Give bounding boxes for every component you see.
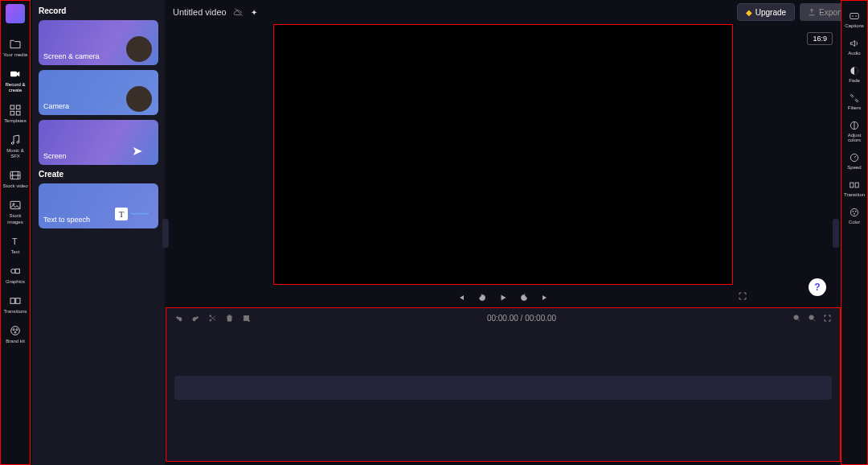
card-label: Screen <box>43 152 67 160</box>
svg-point-5 <box>11 142 14 144</box>
templates-icon <box>9 104 22 117</box>
left-nav-rail: Your media Record & create Templates Mus… <box>0 0 31 465</box>
playback-controls <box>273 290 733 306</box>
fullscreen-icon[interactable] <box>738 291 747 301</box>
rail-speed[interactable]: Speed <box>841 147 867 175</box>
sidebar-item-label: Text <box>10 249 19 255</box>
project-title[interactable]: Untitled video <box>173 7 227 17</box>
undo-icon[interactable] <box>174 314 183 323</box>
card-label: Screen & camera <box>43 52 100 60</box>
sidebar-item-music-sfx[interactable]: Music & SFX <box>2 129 29 164</box>
sidebar-item-brand-kit[interactable]: Brand kit <box>2 319 29 349</box>
card-camera[interactable]: Camera <box>39 70 158 115</box>
card-screen-camera[interactable]: Screen & camera <box>39 20 158 65</box>
person-avatar <box>126 86 152 112</box>
collapse-right-panel[interactable] <box>833 219 839 248</box>
sidebar-item-label: Stock images <box>2 213 29 224</box>
card-screen[interactable]: Screen ➤ <box>39 120 158 165</box>
svg-rect-24 <box>855 183 858 187</box>
rail-captions[interactable]: Captions <box>841 6 867 33</box>
stock-video-icon <box>9 169 22 182</box>
zoom-out-icon[interactable] <box>808 314 817 323</box>
sidebar-item-label: Graphics <box>6 279 25 285</box>
video-preview[interactable] <box>273 24 733 285</box>
sidebar-item-label: Record & create <box>2 82 29 93</box>
zoom-in-icon[interactable] <box>792 314 801 323</box>
svg-point-27 <box>855 211 856 212</box>
split-icon[interactable] <box>208 314 217 323</box>
card-label: Text to speech <box>43 216 90 224</box>
svg-point-26 <box>853 211 854 212</box>
card-text-to-speech[interactable]: Text to speech T 〰〰 <box>39 183 158 228</box>
crop-icon[interactable] <box>242 314 251 323</box>
svg-text:T: T <box>12 237 18 246</box>
help-button[interactable]: ? <box>809 278 826 296</box>
rail-adjust-colors[interactable]: Adjust colors <box>841 115 867 147</box>
svg-rect-14 <box>16 298 20 304</box>
skip-previous-icon[interactable] <box>457 293 466 302</box>
rail-filters[interactable]: Filters <box>841 88 867 115</box>
collapse-left-panel[interactable] <box>162 219 169 248</box>
time-total: 00:00.00 <box>525 314 556 323</box>
adjust-colors-icon <box>849 120 860 131</box>
sidebar-item-transitions[interactable]: Transitions <box>2 290 29 319</box>
svg-point-17 <box>16 329 18 331</box>
folder-icon <box>9 38 22 51</box>
sidebar-item-label: Templates <box>4 118 26 124</box>
redo-icon[interactable] <box>191 314 200 323</box>
diamond-icon: ◆ <box>746 8 752 17</box>
button-label: Upgrade <box>755 8 786 17</box>
empty-track[interactable] <box>174 376 832 400</box>
svg-point-29 <box>210 315 211 316</box>
svg-rect-23 <box>850 183 854 187</box>
svg-rect-1 <box>10 105 14 109</box>
rail-label: Adjust colors <box>841 133 867 142</box>
sparkle-icon: ✦ <box>251 8 257 17</box>
svg-point-15 <box>11 327 20 335</box>
timeline-panel: 00:00.00 / 00:00.00 <box>166 307 841 462</box>
sidebar-item-stock-images[interactable]: Stock images <box>2 194 29 229</box>
sidebar-item-record-create[interactable]: Record & create <box>2 63 29 98</box>
sidebar-item-stock-video[interactable]: Stock video <box>2 164 29 194</box>
rail-label: Transition <box>844 192 865 197</box>
person-avatar <box>126 36 152 62</box>
aspect-ratio-selector[interactable]: 16:9 <box>807 32 833 45</box>
rail-label: Filters <box>848 105 861 110</box>
rail-color[interactable]: Color <box>841 202 867 229</box>
svg-point-6 <box>17 141 19 143</box>
svg-rect-2 <box>16 105 20 109</box>
timeline-tracks[interactable] <box>166 327 840 448</box>
music-icon <box>9 134 22 146</box>
delete-icon[interactable] <box>225 314 234 323</box>
transition-icon <box>849 179 860 191</box>
forward-icon[interactable] <box>519 293 529 302</box>
graphics-icon <box>9 265 22 278</box>
transitions-icon <box>9 294 22 307</box>
sidebar-item-graphics[interactable]: Graphics <box>2 260 29 290</box>
zoom-fit-icon[interactable] <box>823 314 832 323</box>
svg-rect-0 <box>10 72 17 77</box>
card-label: Camera <box>43 102 69 110</box>
rail-label: Captions <box>845 23 864 28</box>
play-icon[interactable] <box>498 293 508 302</box>
app-logo[interactable] <box>6 4 25 23</box>
panel-heading-record: Record <box>39 6 158 15</box>
rail-fade[interactable]: Fade <box>841 60 867 88</box>
fade-icon <box>849 65 860 76</box>
sidebar-item-text[interactable]: T Text <box>2 230 29 260</box>
rewind-icon[interactable] <box>477 293 487 302</box>
skip-next-icon[interactable] <box>540 293 550 302</box>
rail-label: Speed <box>847 165 861 170</box>
text-to-speech-icon: T 〰〰 <box>115 208 149 220</box>
sidebar-item-your-media[interactable]: Your media <box>2 33 29 63</box>
camera-icon <box>9 68 22 80</box>
rail-label: Color <box>849 220 860 224</box>
sidebar-item-label: Stock video <box>2 183 27 189</box>
rail-transition[interactable]: Transition <box>841 175 867 202</box>
upgrade-button[interactable]: ◆ Upgrade <box>737 3 795 21</box>
sidebar-item-templates[interactable]: Templates <box>2 99 29 129</box>
button-label: Export <box>819 8 842 17</box>
rail-audio[interactable]: Audio <box>841 33 867 60</box>
speed-icon <box>849 152 860 163</box>
sidebar-item-label: Transitions <box>3 309 27 315</box>
